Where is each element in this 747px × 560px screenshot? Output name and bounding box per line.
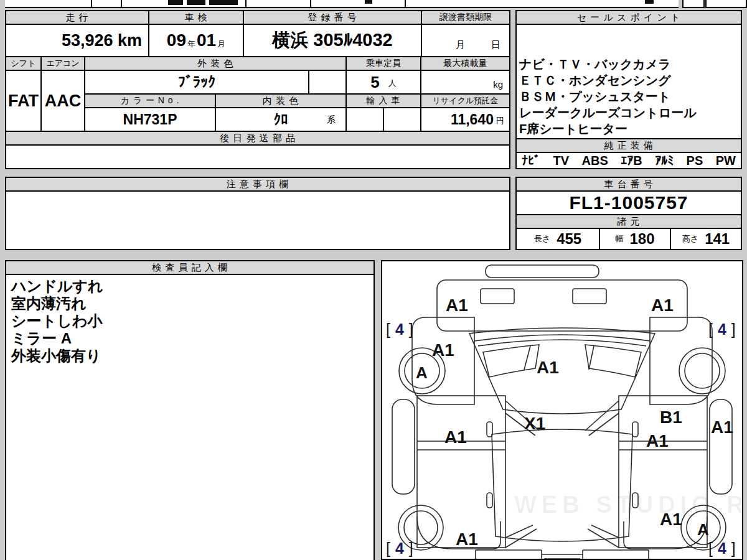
front-wheel-right [679, 348, 725, 394]
door-handle [632, 422, 638, 437]
damage-label-rear-wheel-right: A [697, 520, 709, 539]
sales-point-line: ＥＴＣ・ホンダセンシング [519, 72, 671, 88]
transfer-day-char: 日 [491, 39, 500, 51]
hood-outline [469, 328, 655, 414]
notes-header: 注 意 事 項 欄 [5, 177, 510, 192]
rocker-left [392, 399, 415, 494]
sales-point-line: ＢＳＭ・プッシュスタート [519, 88, 670, 105]
color-no-header: カ ラ ー N o . [84, 93, 216, 108]
equipment-item: PS [687, 154, 703, 168]
headlight-left [481, 289, 514, 304]
inspector-note-line: ハンドルすれ [11, 278, 103, 295]
tread-marker-front-left: [4] [386, 320, 413, 338]
transfer-docs-header: 譲渡書類期限 [421, 10, 510, 25]
tread-marker-rear-right: [4] [708, 539, 736, 557]
shift-value: FAT [5, 70, 42, 132]
inspector-notes-header: 検 査 員 記 入 欄 [5, 260, 375, 275]
max-load-header: 最大積載量 [420, 56, 510, 71]
max-load-unit: kg [493, 79, 503, 90]
headlight-right [573, 289, 606, 304]
transfer-docs-value: 月 日 [421, 24, 510, 57]
inspection-year: 09 [167, 30, 186, 50]
cropped-row-above [5, 0, 679, 8]
doors-left [417, 396, 505, 548]
sales-points-header: セ ー ル ス ポ イ ン ト [515, 10, 742, 25]
color-no-value: NH731P [84, 107, 216, 132]
spec-length-value: 455 [557, 230, 581, 248]
damage-label-door-right: A1 [646, 431, 669, 450]
cropped-text-fragment [645, 0, 654, 4]
damage-label-cowl: X1 [524, 414, 545, 433]
damage-label-front-wheel-left: A [416, 363, 428, 382]
spec-width-label: 幅 [615, 233, 623, 245]
inspection-month: 01 [197, 30, 216, 50]
interior-color-header: 内 装 色 [215, 93, 347, 108]
interior-color-value: ｸﾛ 系 [215, 107, 347, 132]
tread-marker-front-right: [4] [708, 320, 736, 338]
watermark-text: WEB STUDIO R [514, 492, 742, 518]
capacity-header: 乗車定員 [345, 56, 421, 71]
rocker-right-panel [710, 399, 732, 494]
car-diagram: WEB STUDIO R [382, 261, 742, 559]
divider [405, 0, 406, 7]
max-load-value: kg [420, 70, 510, 95]
damage-label-door-left: A1 [444, 427, 467, 447]
damage-label-rear-quarter-left: A1 [456, 530, 478, 549]
cropped-cell-above [682, 0, 705, 8]
cropped-text-fragment [168, 0, 183, 5]
specs-header: 諸 元 [515, 214, 742, 229]
cropped-text-fragment [187, 0, 205, 5]
later-parts-header: 後 日 発 送 部 品 [5, 131, 510, 146]
inspection-header: 車 検 [148, 10, 244, 25]
equipment-item: ﾅﾋﾞ [522, 154, 540, 168]
transfer-month-char: 月 [456, 39, 465, 51]
inspector-note-line: ミラー A [11, 330, 72, 347]
spec-length: 長さ 455 [515, 228, 600, 250]
damage-label-door-right-upper: B1 [660, 408, 682, 427]
color-change-cell [308, 70, 347, 95]
chassis-number-value: FL1-1005757 [515, 190, 742, 215]
front-grille-strip [486, 265, 599, 278]
cropped-text-fragment [365, 0, 372, 4]
inspection-value: 09 年 01 月 [148, 24, 244, 57]
recycle-deposit-value: 11,640 円 [420, 107, 510, 132]
windshield-left [483, 345, 539, 377]
sales-point-line: F席シートヒーター [519, 121, 627, 137]
shift-header: シフト [5, 56, 42, 71]
inspection-month-suffix: 月 [217, 39, 225, 56]
genuine-equipment-header: 純 正 装 備 [515, 138, 742, 153]
inspector-notes-body: ハンドルすれ 室内薄汚れ シートしわ小 ミラー A 外装小傷有り [5, 274, 375, 560]
equipment-item: ｱﾙﾐ [655, 154, 674, 168]
equipment-item: PW [716, 154, 736, 168]
recycle-unit: 円 [496, 115, 504, 131]
capacity-value: 5 人 [345, 70, 421, 95]
equipment-item: TV [553, 154, 569, 168]
capacity-unit: 人 [388, 78, 397, 93]
damage-label-front-bumper-right: A1 [651, 296, 674, 315]
tread-marker-rear-left: [4] [386, 539, 413, 557]
later-parts-value [5, 144, 510, 169]
equipment-item: ABS [582, 154, 608, 168]
notes-body [5, 190, 510, 250]
cropped-text-fragment [209, 0, 238, 5]
sales-point-line: ナビ・ＴＶ・バックカメラ [519, 56, 671, 72]
capacity-number: 5 [370, 73, 379, 92]
chassis-number-header: 車 台 番 号 [515, 177, 742, 192]
divider [310, 0, 311, 7]
divider [121, 0, 122, 7]
spec-length-label: 長さ [534, 233, 550, 245]
wiper-right [589, 346, 594, 370]
wiper-left [524, 346, 530, 370]
divider [91, 0, 92, 7]
genuine-equipment-value: ﾅﾋﾞ TV ABS ｴｱB ｱﾙﾐ PS PW [515, 152, 742, 169]
inspector-note-line: 室内薄汚れ [11, 295, 87, 312]
interior-color-text: ｸﾛ [274, 111, 288, 128]
mileage-value: 53,926 km [5, 24, 149, 57]
equipment-item: ｴｱB [621, 154, 642, 168]
inspection-year-suffix: 年 [187, 39, 195, 56]
divider [245, 0, 247, 7]
damage-label-front-bumper-left: A1 [446, 296, 468, 315]
inspector-note-line: シートしわ小 [11, 312, 102, 330]
registration-value: 横浜 305ﾙ4032 [243, 24, 422, 57]
damage-label-hood: A1 [537, 358, 559, 377]
